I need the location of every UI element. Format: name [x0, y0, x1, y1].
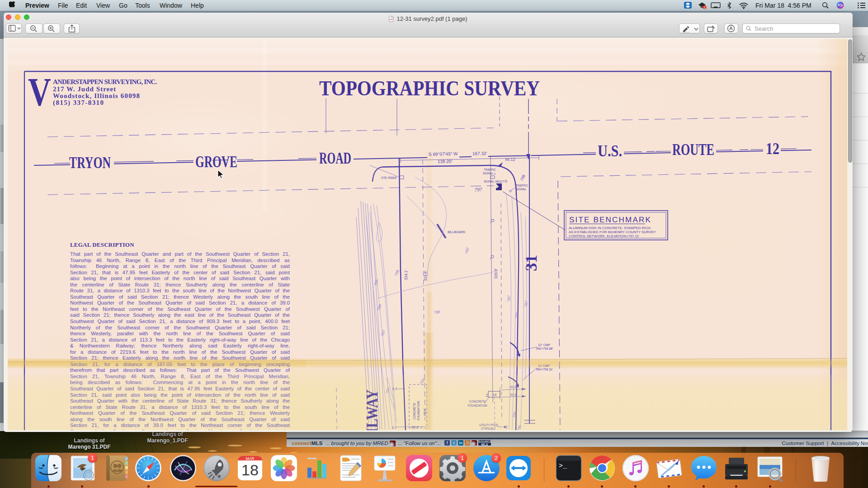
svg-text:797: 797: [524, 300, 528, 307]
svg-text:TRAFFIC: TRAFFIC: [516, 184, 528, 187]
svg-text:798: 798: [434, 310, 441, 315]
svg-text:CONTROL NETWORK. ELEVATION=797: CONTROL NETWORK. ELEVATION=797.11': [569, 234, 640, 238]
svg-text:795: 795: [373, 279, 379, 286]
svg-text:31: 31: [522, 255, 540, 271]
svg-text:Woodstock, Illinois 60098: Woodstock, Illinois 60098: [53, 92, 140, 99]
svg-text:TRYON: TRYON: [69, 154, 111, 172]
svg-text:TRAFFIC: TRAFFIC: [484, 168, 496, 171]
svg-text:ANDERSTAPPEN SURVEYING, INC.: ANDERSTAPPEN SURVEYING, INC.: [53, 78, 157, 85]
svg-text:798: 798: [519, 174, 526, 182]
svg-text:MAR: MAR: [246, 456, 255, 461]
svg-text:797: 797: [380, 329, 386, 337]
svg-text:797: 797: [474, 187, 482, 192]
svg-text:GROVE: GROVE: [195, 153, 237, 171]
svg-text:12: 12: [766, 140, 779, 158]
svg-text:187.32': 187.32': [472, 151, 487, 156]
svg-text:SIGNAL VAULT: SIGNAL VAULT: [484, 180, 504, 183]
svg-text:324.6': 324.6': [423, 271, 428, 281]
svg-text:217 W. Judd Street: 217 W. Judd Street: [53, 85, 116, 93]
svg-text:TOPOGRAPHIC SURVEY: TOPOGRAPHIC SURVEY: [319, 77, 540, 100]
svg-text:S 89°07'45" W: S 89°07'45" W: [429, 151, 458, 157]
svg-text:GTE RISER: GTE RISER: [381, 176, 397, 179]
svg-text:>_: >_: [559, 462, 567, 470]
svg-text:SIGNAL o: SIGNAL o: [483, 172, 496, 175]
svg-text:797: 797: [506, 295, 511, 302]
svg-text:12" CMP: 12" CMP: [538, 343, 550, 347]
svg-text:798: 798: [393, 269, 400, 277]
svg-text:329.8': 329.8': [494, 268, 498, 279]
svg-text:SITE BENCHMARK: SITE BENCHMARK: [569, 216, 651, 224]
svg-text:ROAD: ROAD: [319, 149, 351, 167]
svg-text:48.12': 48.12': [505, 157, 516, 162]
svg-text:BILLBOARD: BILLBOARD: [448, 230, 465, 234]
svg-text:ROUTE: ROUTE: [672, 141, 714, 159]
svg-text:SIGNAL: SIGNAL: [516, 188, 527, 191]
svg-text:796: 796: [514, 312, 519, 319]
svg-text:AS ESTABLISHED FOR McHENRY COU: AS ESTABLISHED FOR McHENRY COUNTY SURVEY: [569, 230, 656, 234]
svg-text:(815) 337-8310: (815) 337-8310: [53, 99, 104, 107]
svg-text:LEGAL DESCRIPTION: LEGAL DESCRIPTION: [70, 241, 134, 248]
svg-text:V: V: [28, 70, 51, 114]
svg-text:ALUMINUM DISK IN CONCRETE, STA: ALUMINUM DISK IN CONCRETE, STAMPED RICH,: [569, 226, 651, 230]
svg-text:1: 1: [704, 6, 706, 9]
svg-text:18: 18: [241, 461, 259, 479]
svg-text:324.1': 324.1': [404, 270, 408, 280]
svg-text:INV=794.88': INV=794.88': [536, 347, 553, 350]
svg-text:797: 797: [464, 247, 470, 254]
svg-text:U.S.: U.S.: [598, 142, 622, 160]
